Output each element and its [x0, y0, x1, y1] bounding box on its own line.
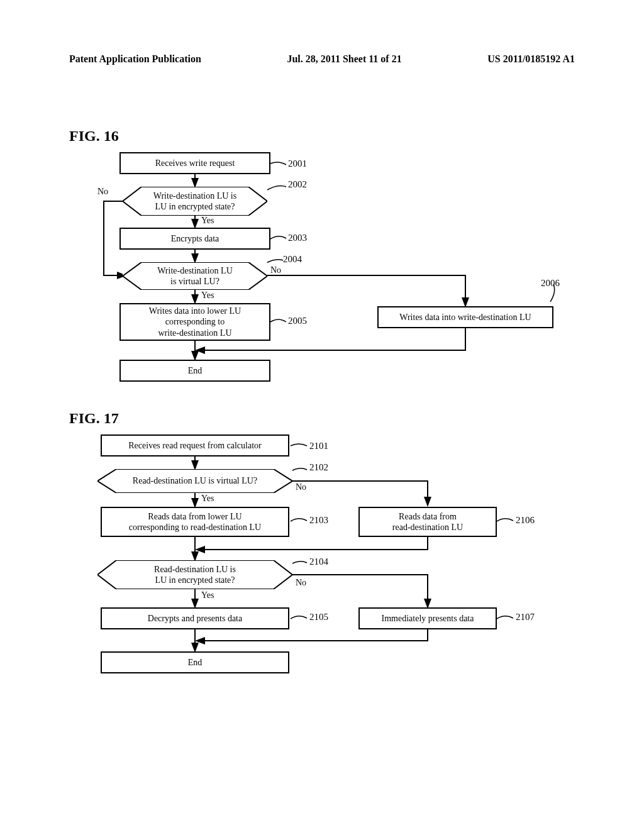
ref-2106: 2106 — [516, 515, 535, 526]
node-2004: Write-destination LU is virtual LU? — [123, 262, 267, 290]
node-2101: Receives read request from calculator — [101, 434, 289, 456]
node-end-17: End — [101, 651, 289, 673]
label-yes-2002: Yes — [201, 216, 214, 226]
node-2001: Receives write request — [119, 152, 270, 174]
header-left: Patent Application Publication — [69, 53, 201, 65]
node-2104: Read-destination LU is LU in encrypted s… — [97, 560, 292, 589]
node-end-16: End — [119, 360, 270, 382]
header-middle: Jul. 28, 2011 Sheet 11 of 21 — [287, 53, 401, 65]
label-no-2002: No — [97, 187, 108, 197]
fig17-label: FIG. 17 — [69, 410, 575, 427]
ref-2003: 2003 — [288, 233, 307, 243]
node-2005: Writes data into lower LU corresponding … — [119, 303, 270, 341]
node-2107: Immediately presents data — [358, 607, 497, 629]
ref-2102: 2102 — [309, 462, 328, 473]
ref-2005: 2005 — [288, 316, 307, 326]
fig16-flowchart: Receives write request 2001 Write-destin… — [88, 152, 566, 391]
ref-2105: 2105 — [309, 612, 328, 622]
label-yes-2104: Yes — [201, 590, 214, 600]
page-header: Patent Application Publication Jul. 28, … — [69, 53, 575, 65]
node-2106: Reads data from read-destination LU — [358, 507, 497, 537]
node-2002: Write-destination LU is LU in encrypted … — [123, 187, 267, 216]
fig16-label: FIG. 16 — [69, 128, 575, 145]
ref-2002: 2002 — [288, 179, 307, 190]
label-yes-2102: Yes — [201, 494, 214, 504]
label-no-2104: No — [296, 578, 306, 588]
node-2102: Read-destination LU is virtual LU? — [97, 469, 292, 493]
label-yes-2004: Yes — [201, 290, 214, 301]
node-2003: Encrypts data — [119, 228, 270, 250]
ref-2004: 2004 — [283, 254, 302, 265]
ref-2104: 2104 — [309, 556, 328, 567]
ref-2107: 2107 — [516, 612, 535, 622]
label-no-2004: No — [270, 265, 281, 275]
ref-2006: 2006 — [541, 278, 560, 289]
ref-2101: 2101 — [309, 441, 328, 451]
node-2006: Writes data into write-destination LU — [377, 306, 553, 328]
ref-2001: 2001 — [288, 158, 307, 169]
ref-2103: 2103 — [309, 515, 328, 526]
node-2105: Decrypts and presents data — [101, 607, 289, 629]
fig17-flowchart: Receives read request from calculator 21… — [88, 434, 566, 680]
header-right: US 2011/0185192 A1 — [487, 53, 575, 65]
node-2103: Reads data from lower LU corresponding t… — [101, 507, 289, 537]
label-no-2102: No — [296, 482, 306, 492]
